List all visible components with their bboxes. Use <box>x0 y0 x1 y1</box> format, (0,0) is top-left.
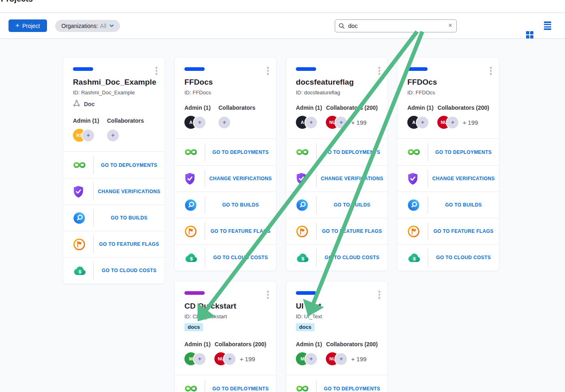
cloud-costs-icon: $ <box>73 266 93 276</box>
project-title[interactable]: docsfeatureflag <box>296 78 378 87</box>
add-collaborator-button[interactable]: + <box>335 353 347 365</box>
svg-text:$: $ <box>302 256 304 261</box>
action-go-to-cloud-costs[interactable]: $GO TO CLOUD COSTS <box>63 257 165 283</box>
action-go-to-cloud-costs[interactable]: $GO TO CLOUD COSTS <box>286 244 387 271</box>
action-go-to-builds[interactable]: GO TO BUILDS <box>286 192 387 218</box>
card-menu-button[interactable] <box>376 65 383 77</box>
action-change-verifications[interactable]: CHANGE VERIFICATIONS <box>175 165 276 192</box>
add-collaborator-button[interactable]: + <box>447 117 458 128</box>
grid-view-icon <box>526 31 533 38</box>
project-id: ID: FFDocs <box>184 89 266 96</box>
deployments-icon <box>296 148 316 156</box>
project-card-rashmi-doc-example[interactable]: Rashmi_Doc_Example ID: Rashmi_Doc_Exampl… <box>63 57 165 284</box>
action-go-to-cloud-costs[interactable]: $GO TO CLOUD COSTS <box>398 244 499 271</box>
action-change-verifications[interactable]: CHANGE VERIFICATIONS <box>398 165 499 192</box>
project-title[interactable]: FFDOcs <box>407 78 489 87</box>
add-collaborator-button[interactable]: + <box>335 117 347 128</box>
action-label: GO TO DEPLOYMENTS <box>205 149 276 155</box>
grid-column-1: Rashmi_Doc_Example ID: Rashmi_Doc_Exampl… <box>63 57 165 284</box>
card-menu-button[interactable] <box>265 65 272 77</box>
admin-group: Admin (1) A + <box>407 104 437 129</box>
project-tag: docs <box>296 323 315 331</box>
organizations-filter-value: All <box>100 23 107 29</box>
action-go-to-builds[interactable]: GO TO BUILDS <box>63 205 165 231</box>
card-header: FFDocs ID: FFDocs Admin (1) A + Collabor… <box>175 58 276 138</box>
project-organization: Doc <box>73 100 155 109</box>
add-admin-button[interactable]: + <box>194 353 205 365</box>
action-label: CHANGE VERIFICATIONS <box>94 189 165 194</box>
action-go-to-feature-flags[interactable]: GO TO FEATURE FLAGS <box>175 218 276 244</box>
card-actions: GO TO DEPLOYMENTS <box>175 375 276 392</box>
add-admin-button[interactable]: + <box>417 117 428 128</box>
action-go-to-deployments[interactable]: GO TO DEPLOYMENTS <box>175 375 276 392</box>
admin-label: Admin (1) <box>296 341 326 347</box>
action-label: GO TO DEPLOYMENTS <box>94 162 165 168</box>
admin-group: Admin (1) A + <box>184 104 218 129</box>
action-go-to-deployments[interactable]: GO TO DEPLOYMENTS <box>63 152 165 178</box>
organizations-filter[interactable]: Organizations: All <box>55 20 120 32</box>
action-go-to-deployments[interactable]: GO TO DEPLOYMENTS <box>286 375 387 392</box>
action-label: GO TO DEPLOYMENTS <box>428 149 499 155</box>
add-admin-button[interactable]: + <box>305 117 317 128</box>
action-go-to-builds[interactable]: GO TO BUILDS <box>175 192 276 218</box>
feature-flags-icon <box>73 238 93 251</box>
card-menu-button[interactable] <box>376 289 383 300</box>
new-project-button[interactable]: + Project <box>9 19 47 32</box>
project-card-ui-text[interactable]: UI Text ID: UI_Text docs Admin (1) M + C… <box>286 281 388 392</box>
action-change-verifications[interactable]: CHANGE VERIFICATIONS <box>63 178 165 205</box>
project-title[interactable]: FFDocs <box>184 78 266 87</box>
feature-flags-icon <box>407 225 428 238</box>
project-card-ffdocs[interactable]: FFDocs ID: FFDocs Admin (1) A + Collabor… <box>174 57 276 271</box>
add-collaborator-button[interactable]: + <box>107 130 119 141</box>
action-go-to-deployments[interactable]: GO TO DEPLOYMENTS <box>175 139 276 165</box>
chevron-down-icon <box>109 23 114 28</box>
action-go-to-feature-flags[interactable]: GO TO FEATURE FLAGS <box>398 218 499 244</box>
project-title[interactable]: UI Text <box>296 302 378 311</box>
cloud-costs-icon: $ <box>296 253 316 263</box>
action-go-to-feature-flags[interactable]: GO TO FEATURE FLAGS <box>63 231 165 257</box>
add-admin-button[interactable]: + <box>82 130 94 141</box>
action-label: GO TO BUILDS <box>205 202 276 208</box>
add-collaborator-button[interactable]: + <box>218 117 230 128</box>
project-title[interactable]: Rashmi_Doc_Example <box>73 78 155 87</box>
card-menu-button[interactable] <box>153 65 160 77</box>
action-go-to-deployments[interactable]: GO TO DEPLOYMENTS <box>286 139 387 165</box>
action-go-to-deployments[interactable]: GO TO DEPLOYMENTS <box>398 139 499 165</box>
action-label: CHANGE VERIFICATIONS <box>428 176 499 181</box>
deployments-icon <box>296 384 316 392</box>
collaborators-extra-count: + 199 <box>462 119 478 126</box>
grid-view-button[interactable] <box>463 13 533 38</box>
project-title[interactable]: CD Quickstart <box>184 302 266 311</box>
projects-content: Rashmi_Doc_Example ID: Rashmi_Doc_Exampl… <box>0 39 565 392</box>
collaborators-label: Collaborators <box>218 104 255 111</box>
builds-icon <box>296 199 316 211</box>
card-menu-button[interactable] <box>265 289 272 300</box>
search-input[interactable] <box>335 19 457 32</box>
admin-label: Admin (1) <box>184 341 214 347</box>
project-card-docsfeatureflag[interactable]: docsfeatureflag ID: docsfeatureflag Admi… <box>286 57 388 271</box>
add-admin-button[interactable]: + <box>305 353 317 365</box>
card-actions: GO TO DEPLOYMENTS <box>286 375 387 392</box>
collaborators-label: Collaborators (200) <box>326 341 378 347</box>
project-card-cd-quickstart[interactable]: CD Quickstart ID: CD_Quickstart docs Adm… <box>174 281 276 392</box>
card-menu-button[interactable] <box>488 65 494 77</box>
action-go-to-cloud-costs[interactable]: $GO TO CLOUD COSTS <box>175 244 276 271</box>
list-view-button[interactable] <box>543 21 552 30</box>
action-go-to-builds[interactable]: GO TO BUILDS <box>398 192 499 218</box>
add-admin-button[interactable]: + <box>194 117 205 128</box>
card-header: docsfeatureflag ID: docsfeatureflag Admi… <box>286 58 387 138</box>
collaborators-label: Collaborators (200) <box>326 104 378 111</box>
builds-icon <box>184 199 205 211</box>
action-go-to-feature-flags[interactable]: GO TO FEATURE FLAGS <box>286 218 387 244</box>
cloud-costs-icon: $ <box>407 253 428 263</box>
search-box: × <box>335 19 457 32</box>
add-collaborator-button[interactable]: + <box>224 353 235 365</box>
project-card-ffdocs[interactable]: FFDOcs ID: FFDOcs Admin (1) A + Collabor… <box>397 57 499 271</box>
action-label: GO TO BUILDS <box>94 215 165 221</box>
verifications-icon <box>296 173 316 185</box>
action-change-verifications[interactable]: CHANGE VERIFICATIONS <box>286 165 387 192</box>
admin-label: Admin (1) <box>184 104 218 111</box>
clear-search-button[interactable]: × <box>445 21 455 30</box>
grid-column-2: FFDocs ID: FFDocs Admin (1) A + Collabor… <box>174 57 276 392</box>
admin-label: Admin (1) <box>296 104 326 111</box>
